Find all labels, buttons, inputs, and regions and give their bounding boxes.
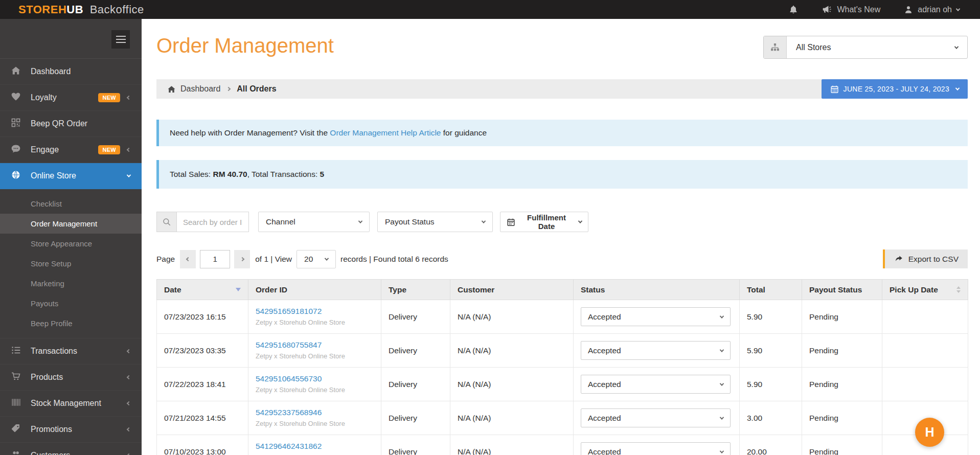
status-chevron-down-icon	[720, 314, 724, 318]
sidebar-item-customers[interactable]: Customers	[0, 443, 142, 455]
order-id-link[interactable]: 542951659181072	[256, 306, 374, 316]
column-label: Payout Status	[809, 285, 862, 294]
sidebar-item-loyalty[interactable]: Loyalty NEW	[0, 85, 142, 111]
help-article-link[interactable]: Order Management Help Article	[330, 128, 441, 137]
sidebar-item-beep-qr-order[interactable]: Beep QR Order	[0, 111, 142, 137]
table-header-row: Date Order ID Type Customer Status Total…	[157, 280, 968, 300]
topbar: STOREHUB Backoffice What's New adrian oh	[0, 0, 980, 19]
column-header-status: Status	[574, 280, 740, 300]
order-status-select[interactable]: Accepted	[581, 442, 731, 455]
order-store-name: Zetpy x Storehub Online Store	[256, 317, 374, 327]
status-chevron-down-icon	[720, 348, 724, 352]
cell-payout-status: Pending	[802, 300, 882, 334]
sidebar-item-online-store[interactable]: Online Store	[0, 163, 142, 189]
cell-order-id: 542951064556730 Zetpy x Storehub Online …	[248, 368, 381, 401]
cell-payout-status: Pending	[802, 435, 882, 455]
submenu-item-store-appearance[interactable]: Store Appearance	[0, 234, 142, 254]
sidebar-header	[0, 19, 142, 59]
sidebar-item-transactions[interactable]: Transactions	[0, 338, 142, 365]
order-id-link[interactable]: 542952337568946	[256, 407, 374, 418]
chat-launcher-button[interactable]: H	[915, 418, 944, 447]
payout-status-select[interactable]: Payout Status	[377, 212, 493, 232]
user-menu[interactable]: adrian oh	[904, 5, 960, 14]
totals-notice: Total Sales: RM 40.70, Total Transaction…	[156, 160, 968, 189]
order-status-select[interactable]: Accepted	[581, 307, 731, 326]
submenu-item-order-management[interactable]: Order Management	[0, 214, 142, 234]
order-search	[156, 212, 249, 232]
help-notice: Need help with Order Management? Visit t…	[156, 120, 968, 146]
previous-page-button[interactable]	[180, 250, 196, 268]
cell-date: 07/21/2023 14:55	[157, 401, 248, 435]
chevron-left-icon	[127, 427, 131, 431]
new-badge: NEW	[98, 93, 120, 102]
export-to-csv-button[interactable]: Export to CSV	[883, 249, 968, 268]
submenu-label: Payouts	[31, 299, 58, 308]
cell-total: 5.90	[740, 334, 802, 368]
order-status-select[interactable]: Accepted	[581, 341, 731, 360]
sidebar-item-stock-management[interactable]: Stock Management	[0, 391, 142, 417]
submenu-item-store-setup[interactable]: Store Setup	[0, 254, 142, 274]
breadcrumb-current-page: All Orders	[237, 84, 276, 94]
column-header-customer: Customer	[450, 280, 574, 300]
sidebar-toggle-button[interactable]	[111, 30, 130, 49]
username: adrian oh	[918, 5, 952, 14]
cell-total: 5.90	[740, 368, 802, 401]
date-range-button[interactable]: JUNE 25, 2023 - JULY 24, 2023	[822, 79, 968, 99]
submenu-item-marketing[interactable]: Marketing	[0, 274, 142, 293]
user-menu-chevron-down-icon	[956, 7, 960, 11]
sidebar-item-label: Products	[31, 373, 63, 382]
store-selector[interactable]: All Stores	[763, 36, 968, 59]
cell-customer: N/A (N/A)	[450, 368, 574, 401]
next-page-button[interactable]	[234, 250, 250, 268]
fulfillment-date-label: Fulfillment Date	[520, 213, 573, 231]
column-header-pick-up-date[interactable]: Pick Up Date	[882, 280, 968, 300]
barcode-icon	[11, 397, 22, 410]
order-status-value: Accepted	[588, 414, 621, 423]
sidebar-item-promotions[interactable]: Promotions	[0, 417, 142, 443]
submenu-item-checklist[interactable]: Checklist	[0, 194, 142, 214]
table-row: 07/10/2023 13:00 541296462431862 Zetpy x…	[157, 435, 968, 455]
export-to-csv-label: Export to CSV	[908, 255, 959, 264]
qr-code-icon	[11, 118, 22, 130]
cell-total: 5.90	[740, 300, 802, 334]
sidebar-item-dashboard[interactable]: Dashboard	[0, 59, 142, 85]
calendar-icon	[507, 218, 515, 226]
calendar-icon	[830, 85, 839, 94]
status-chevron-down-icon	[720, 381, 724, 385]
pagination: Page of 1 | View 20 records | Found tota…	[156, 249, 968, 268]
submenu-item-beep-profile[interactable]: Beep Profile	[0, 313, 142, 333]
cell-status: Accepted	[574, 334, 740, 368]
fulfillment-date-chevron-down-icon	[578, 219, 582, 223]
submenu-label: Store Appearance	[31, 239, 92, 248]
breadcrumb-separator-icon	[226, 87, 231, 91]
chevron-left-icon	[186, 257, 190, 261]
whats-new-label: What's New	[837, 5, 880, 14]
submenu-item-payouts[interactable]: Payouts	[0, 293, 142, 313]
orders-table: Date Order ID Type Customer Status Total…	[156, 279, 968, 455]
order-status-select[interactable]: Accepted	[581, 375, 731, 394]
order-id-link[interactable]: 542951680755847	[256, 340, 374, 350]
search-order-id-input[interactable]	[176, 212, 249, 232]
sidebar-item-engage[interactable]: Engage NEW	[0, 137, 142, 163]
column-header-date[interactable]: Date	[157, 280, 248, 300]
chevron-right-icon	[240, 257, 244, 261]
page-size-select[interactable]: 20	[297, 250, 336, 268]
cell-payout-status: Pending	[802, 368, 882, 401]
cell-status: Accepted	[574, 368, 740, 401]
order-status-select[interactable]: Accepted	[581, 408, 731, 427]
sidebar-item-label: Online Store	[31, 171, 76, 180]
cart-icon	[11, 371, 22, 383]
notification-bell-icon[interactable]	[788, 5, 799, 15]
whats-new-button[interactable]: What's New	[822, 5, 880, 15]
channel-select[interactable]: Channel	[258, 212, 370, 232]
column-label: Status	[581, 285, 605, 294]
breadcrumb-dashboard-link[interactable]: Dashboard	[180, 84, 220, 94]
column-label: Total	[747, 285, 765, 294]
column-header-payout-status: Payout Status	[802, 280, 882, 300]
sidebar-item-products[interactable]: Products	[0, 365, 142, 391]
fulfillment-date-button[interactable]: Fulfillment Date	[500, 212, 588, 232]
order-id-link[interactable]: 541296462431862	[256, 441, 374, 451]
page-number-input[interactable]	[200, 250, 230, 268]
order-id-link[interactable]: 542951064556730	[256, 374, 374, 384]
order-store-name: Zetpy x Storehub Online Store	[256, 419, 374, 428]
